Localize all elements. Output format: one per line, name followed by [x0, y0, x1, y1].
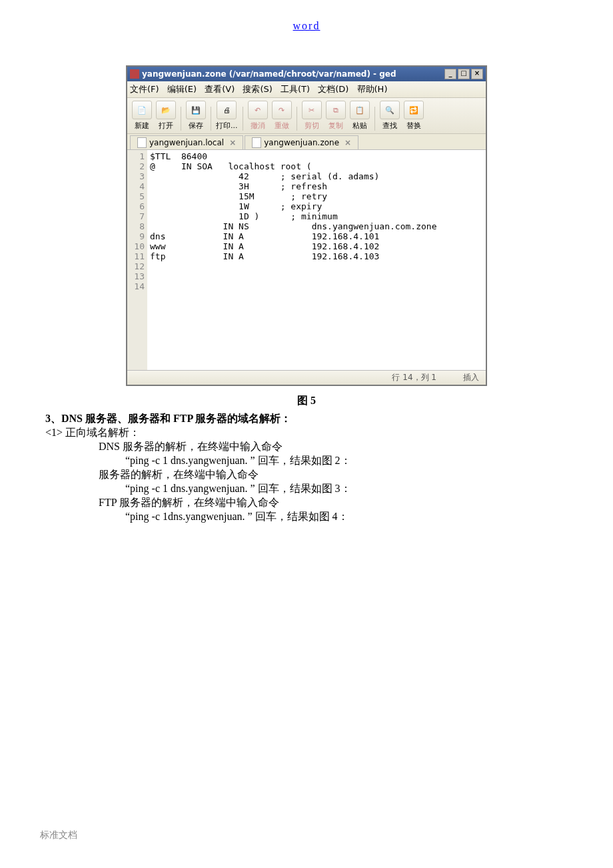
redo-button[interactable]: ↷重做: [272, 101, 292, 131]
separator: [297, 107, 297, 131]
app-icon: [130, 69, 139, 79]
line-number: 6: [130, 201, 145, 211]
tab-bar: yangwenjuan.local× yangwenjuan.zone×: [127, 134, 486, 150]
page-header-link: word: [40, 20, 573, 32]
titlebar[interactable]: yangwenjuan.zone (/var/named/chroot/var/…: [127, 67, 486, 81]
line-gutter: 1234567891011121314: [127, 150, 147, 370]
copy-button[interactable]: ⧉复制: [326, 101, 346, 131]
section-heading: 3、DNS 服务器、服务器和 FTP 服务器的域名解析：: [45, 412, 568, 426]
subheading: <1> 正向域名解析：: [45, 426, 568, 440]
tab-zone[interactable]: yangwenjuan.zone×: [245, 135, 358, 149]
file-icon: [137, 137, 147, 148]
line-number: 12: [130, 261, 145, 271]
new-icon: 📄: [132, 101, 152, 119]
close-button[interactable]: ×: [471, 69, 483, 79]
body-line: FTP 服务器的解析，在终端中输入命令: [99, 496, 568, 510]
find-button[interactable]: 🔍查找: [380, 101, 400, 131]
insert-mode: 插入: [463, 372, 479, 383]
toolbar: 📄新建 📂打开 💾保存 🖨打印... ↶撤消 ↷重做 ✂剪切 ⧉复制 📋粘贴 🔍…: [127, 98, 486, 134]
cut-icon: ✂: [302, 101, 322, 119]
tab-close-icon[interactable]: ×: [344, 138, 351, 147]
tab-local[interactable]: yangwenjuan.local×: [130, 135, 243, 149]
menu-view[interactable]: 查看(V): [205, 84, 235, 94]
separator: [211, 107, 211, 131]
menu-docs[interactable]: 文档(D): [318, 84, 348, 94]
line-number: 3: [130, 171, 145, 181]
menu-file[interactable]: 文件(F): [130, 84, 159, 94]
figure-caption: 图 5: [40, 394, 573, 408]
line-number: 7: [130, 211, 145, 221]
code-content[interactable]: $TTL 86400 @ IN SOA localhost root ( 42 …: [147, 150, 486, 370]
print-icon: 🖨: [217, 101, 237, 119]
line-number: 1: [130, 151, 145, 161]
replace-button[interactable]: 🔁替换: [404, 101, 424, 131]
separator: [374, 107, 375, 131]
window-title: yangwenjuan.zone (/var/named/chroot/var/…: [142, 69, 443, 79]
paste-button[interactable]: 📋粘贴: [350, 101, 370, 131]
file-icon: [252, 137, 261, 148]
editor-area[interactable]: 1234567891011121314 $TTL 86400 @ IN SOA …: [127, 150, 486, 370]
line-number: 2: [130, 161, 145, 171]
line-number: 4: [130, 181, 145, 191]
line-number: 9: [130, 231, 145, 241]
page-footer: 标准文档: [40, 829, 77, 841]
line-number: 10: [130, 241, 145, 251]
separator: [243, 107, 243, 131]
menu-help[interactable]: 帮助(H): [357, 84, 388, 94]
separator: [181, 107, 181, 131]
print-button[interactable]: 🖨打印...: [216, 101, 238, 131]
body-line: DNS 服务器的解析，在终端中输入命令: [99, 440, 568, 454]
menubar: 文件(F) 编辑(E) 查看(V) 搜索(S) 工具(T) 文档(D) 帮助(H…: [127, 81, 486, 98]
body-line: “ping -c 1dns.yangwenjuan. ” 回车，结果如图 4：: [125, 510, 568, 524]
save-button[interactable]: 💾保存: [186, 101, 206, 131]
copy-icon: ⧉: [326, 101, 346, 119]
menu-edit[interactable]: 编辑(E): [167, 84, 197, 94]
undo-button[interactable]: ↶撤消: [248, 101, 268, 131]
body-line: “ping -c 1 dns.yangwenjuan. ” 回车，结果如图 2：: [125, 454, 568, 468]
gedit-window: yangwenjuan.zone (/var/named/chroot/var/…: [126, 65, 487, 386]
cut-button[interactable]: ✂剪切: [302, 101, 322, 131]
maximize-button[interactable]: □: [458, 69, 470, 79]
line-number: 13: [130, 271, 145, 281]
minimize-button[interactable]: _: [444, 69, 456, 79]
save-icon: 💾: [186, 101, 206, 119]
tab-close-icon[interactable]: ×: [229, 138, 236, 147]
menu-search[interactable]: 搜索(S): [243, 84, 272, 94]
line-number: 11: [130, 251, 145, 261]
line-number: 8: [130, 221, 145, 231]
body-line: “ping -c 1 dns.yangwenjuan. ” 回车，结果如图 3：: [125, 482, 568, 496]
statusbar: 行 14，列 1 插入: [127, 370, 486, 385]
find-icon: 🔍: [380, 101, 400, 119]
body-section: 3、DNS 服务器、服务器和 FTP 服务器的域名解析： <1> 正向域名解析：…: [45, 412, 568, 524]
replace-icon: 🔁: [404, 101, 424, 119]
cursor-position: 行 14，列 1: [392, 372, 436, 383]
line-number: 14: [130, 281, 145, 291]
header-link-text: word: [293, 20, 320, 31]
undo-icon: ↶: [248, 101, 268, 119]
body-line: 服务器的解析，在终端中输入命令: [99, 468, 568, 482]
menu-tools[interactable]: 工具(T): [281, 84, 310, 94]
line-number: 5: [130, 191, 145, 201]
open-button[interactable]: 📂打开: [156, 101, 176, 131]
redo-icon: ↷: [272, 101, 292, 119]
new-button[interactable]: 📄新建: [132, 101, 152, 131]
paste-icon: 📋: [350, 101, 370, 119]
open-icon: 📂: [156, 101, 176, 119]
